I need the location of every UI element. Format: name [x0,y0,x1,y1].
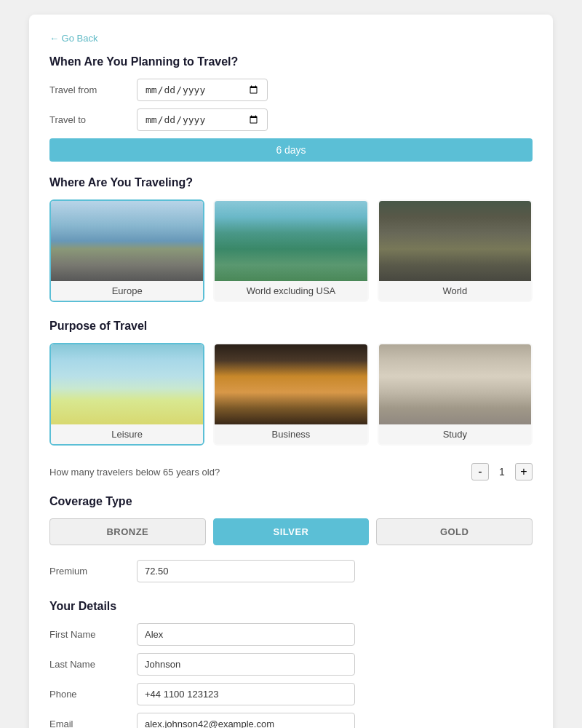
phone-input[interactable] [137,683,355,705]
europe-image [51,201,203,281]
travel-section-title: When Are You Planning to Travel? [49,55,533,68]
purpose-business[interactable]: Business [213,343,368,446]
coverage-bronze-button[interactable]: BRONZE [49,518,206,545]
destination-section-title: Where Are You Traveling? [49,176,533,189]
purpose-business-label: Business [215,424,367,444]
destination-world-ex-label: World excluding USA [215,281,367,301]
travelers-row: How many travelers below 65 years old? -… [49,463,533,480]
your-details-title: Your Details [49,600,533,613]
email-row: Email [49,713,533,728]
destination-world-label: World [379,281,531,301]
email-label: Email [49,719,137,728]
phone-label: Phone [49,689,137,700]
premium-input[interactable] [137,560,355,582]
purpose-study[interactable]: Study [378,343,533,446]
coverage-section-title: Coverage Type [49,495,533,508]
travelers-plus-button[interactable]: + [515,463,533,480]
purpose-study-label: Study [379,424,531,444]
destination-europe[interactable]: Europe [49,199,204,302]
travel-to-input[interactable] [137,108,268,131]
purpose-grid: Leisure Business Study [49,343,533,446]
destination-grid: Europe World excluding USA World [49,199,533,302]
travel-to-label: Travel to [49,114,137,125]
travelers-value: 1 [495,466,509,478]
travel-from-input[interactable] [137,79,268,101]
first-name-input[interactable] [137,623,355,646]
premium-label: Premium [49,566,137,577]
days-bar: 6 days [49,138,533,162]
premium-row: Premium [49,560,533,582]
destination-world-excluding-usa[interactable]: World excluding USA [213,199,368,302]
destination-europe-label: Europe [51,281,203,301]
world-ex-image [215,201,367,281]
main-card: ← Go Back When Are You Planning to Trave… [29,15,553,728]
travel-from-label: Travel from [49,84,137,95]
last-name-row: Last Name [49,653,533,676]
destination-world[interactable]: World [378,199,533,302]
coverage-options: BRONZE SILVER GOLD [49,518,533,545]
travelers-minus-button[interactable]: - [471,463,489,480]
purpose-leisure-label: Leisure [51,424,203,444]
last-name-label: Last Name [49,659,137,670]
first-name-label: First Name [49,629,137,640]
business-image [215,344,367,424]
last-name-input[interactable] [137,653,355,676]
go-back-link[interactable]: ← Go Back [49,33,97,44]
travelers-label: How many travelers below 65 years old? [49,467,471,478]
purpose-section-title: Purpose of Travel [49,320,533,333]
first-name-row: First Name [49,623,533,646]
study-image [379,344,531,424]
leisure-image [51,344,203,424]
phone-row: Phone [49,683,533,705]
coverage-gold-button[interactable]: GOLD [376,518,533,545]
purpose-leisure[interactable]: Leisure [49,343,204,446]
email-input[interactable] [137,713,355,728]
your-details-section: Your Details First Name Last Name Phone … [49,600,533,728]
coverage-silver-button[interactable]: SILVER [213,518,370,545]
world-image [379,201,531,281]
travelers-stepper: - 1 + [471,463,533,480]
